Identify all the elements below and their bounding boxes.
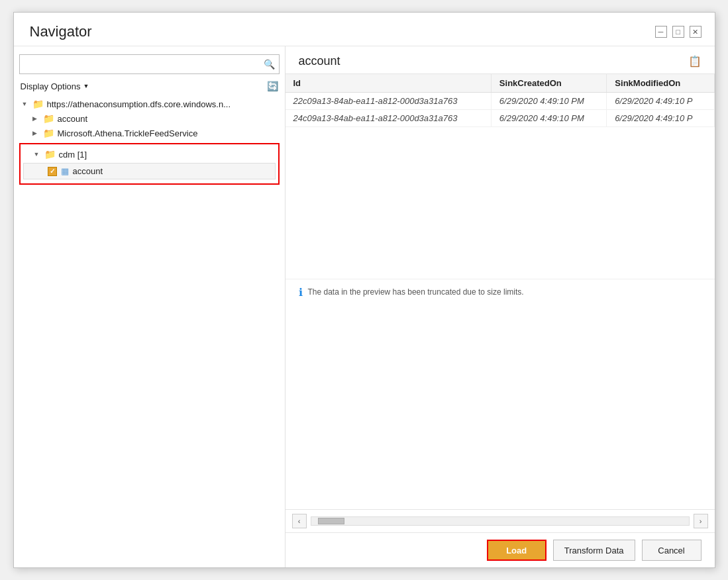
col-sink-modified: SinkModifiedOn	[607, 74, 714, 93]
cell-sink-created: 6/29/2020 4:49:10 PM	[491, 110, 606, 127]
display-options-button[interactable]: Display Options ▼	[21, 81, 89, 91]
scroll-thumb	[318, 518, 344, 524]
account-item-label: account	[73, 166, 103, 176]
refresh-button[interactable]: 🔄	[267, 81, 278, 91]
root-url-label: https://athenaconsumption.dfs.core.windo…	[47, 99, 231, 109]
folder-icon: 📁	[44, 149, 56, 160]
preview-header: account 📋	[286, 46, 715, 74]
info-icon: ℹ	[299, 286, 303, 299]
table-row: 22c09a13-84ab-ea11-a812-000d3a31a763 6/2…	[286, 93, 715, 110]
preview-title: account	[299, 54, 340, 68]
cdm-node-label: cdm [1]	[59, 150, 87, 160]
cdm-box-inner: ▼ 📁 cdm [1] ▦ account	[21, 144, 278, 183]
search-input[interactable]	[24, 60, 264, 70]
minimize-button[interactable]: ─	[655, 26, 667, 38]
tree-area: ▼ 📁 https://athenaconsumption.dfs.core.w…	[19, 97, 280, 559]
right-panel: account 📋 Id SinkCreatedOn SinkModifiedO…	[286, 46, 715, 567]
scroll-track[interactable]	[311, 516, 690, 526]
col-id: Id	[286, 74, 492, 93]
preview-table-wrap: Id SinkCreatedOn SinkModifiedOn 22c09a13…	[286, 74, 715, 279]
cell-sink-modified: 6/29/2020 4:49:10 P	[607, 110, 714, 127]
ms-node[interactable]: ▶ 📁 Microsoft.Athena.TrickleFeedService	[30, 126, 280, 140]
account-node-label: account	[58, 114, 88, 124]
expand-icon: ▶	[32, 130, 43, 136]
left-panel: 🔍 Display Options ▼ 🔄 ▼ 📁 https://athena…	[14, 46, 286, 567]
tree-root-node[interactable]: ▼ 📁 https://athenaconsumption.dfs.core.w…	[19, 97, 280, 111]
chevron-down-icon: ▼	[83, 83, 89, 89]
scroll-left-button[interactable]: ‹	[292, 514, 307, 528]
title-controls: ─ □ ✕	[655, 26, 702, 38]
cell-id: 22c09a13-84ab-ea11-a812-000d3a31a763	[286, 93, 492, 110]
navigator-dialog: Navigator ─ □ ✕ 🔍 Display Options ▼ 🔄	[13, 12, 715, 568]
table-row: 24c09a13-84ab-ea11-a812-000d3a31a763 6/2…	[286, 110, 715, 127]
collapse-icon: ▼	[34, 151, 44, 158]
collapse-icon: ▼	[22, 101, 32, 107]
display-options-bar: Display Options ▼ 🔄	[19, 81, 280, 91]
table-icon: ▦	[61, 166, 69, 176]
cdm-red-box: ▼ 📁 cdm [1] ▦ account	[19, 143, 280, 185]
scroll-right-button[interactable]: ›	[694, 514, 708, 528]
preview-refresh-button[interactable]: 📋	[688, 55, 702, 68]
folder-icon: 📁	[32, 99, 44, 109]
cell-sink-modified: 6/29/2020 4:49:10 P	[607, 93, 714, 110]
maximize-button[interactable]: □	[672, 26, 684, 38]
account-item[interactable]: ▦ account	[23, 163, 276, 179]
content-area: 🔍 Display Options ▼ 🔄 ▼ 📁 https://athena…	[14, 46, 715, 567]
load-button[interactable]: Load	[487, 540, 546, 561]
truncate-notice: ℹ The data in the preview has been trunc…	[286, 279, 715, 305]
folder-icon: 📁	[43, 128, 54, 138]
cdm-node[interactable]: ▼ 📁 cdm [1]	[31, 147, 278, 162]
search-icon: 🔍	[264, 59, 275, 70]
scrollbar-area: ‹ ›	[286, 509, 715, 532]
account-checkbox[interactable]	[48, 167, 57, 176]
cell-sink-created: 6/29/2020 4:49:10 PM	[491, 93, 606, 110]
footer: Load Transform Data Cancel	[286, 532, 715, 567]
close-button[interactable]: ✕	[690, 26, 702, 38]
display-options-label: Display Options	[21, 81, 81, 91]
transform-button[interactable]: Transform Data	[553, 540, 635, 561]
expand-icon: ▶	[32, 115, 43, 122]
cancel-button[interactable]: Cancel	[642, 540, 702, 561]
folder-icon: 📁	[43, 113, 54, 124]
search-bar: 🔍	[19, 54, 280, 74]
col-sink-created: SinkCreatedOn	[491, 74, 606, 93]
account-node[interactable]: ▶ 📁 account	[30, 111, 280, 126]
preview-table: Id SinkCreatedOn SinkModifiedOn 22c09a13…	[286, 74, 715, 127]
cell-id: 24c09a13-84ab-ea11-a812-000d3a31a763	[286, 110, 492, 127]
title-bar: Navigator ─ □ ✕	[14, 13, 715, 46]
table-header-row: Id SinkCreatedOn SinkModifiedOn	[286, 74, 715, 93]
ms-node-label: Microsoft.Athena.TrickleFeedService	[58, 128, 198, 138]
dialog-title: Navigator	[30, 23, 92, 40]
truncate-text: The data in the preview has been truncat…	[308, 287, 524, 297]
